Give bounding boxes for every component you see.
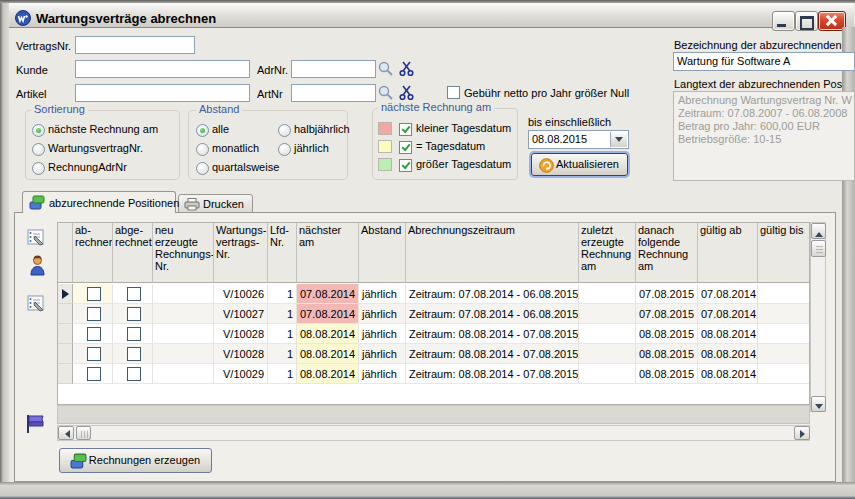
search-icon[interactable]: [377, 84, 394, 101]
flag-icon[interactable]: [25, 414, 46, 434]
fee-checkbox[interactable]: [447, 86, 460, 99]
abstand-radio[interactable]: [196, 143, 209, 156]
abrechnen-checkbox[interactable]: [87, 327, 101, 341]
table-row[interactable]: V/10027107.08.2014jährlichZeitraum: 07.0…: [58, 304, 810, 324]
scroll-left-button[interactable]: [58, 426, 74, 440]
date-dropdown-button[interactable]: [610, 132, 627, 147]
naechster-am-cell: 08.08.2014: [297, 364, 359, 384]
edit-note-icon[interactable]: [26, 228, 46, 248]
abstand-radio-label[interactable]: monatlich: [212, 142, 259, 154]
vertragsnr-label: VertragsNr.: [16, 40, 71, 52]
header-row-selector[interactable]: [58, 223, 73, 283]
person-icon[interactable]: [29, 255, 46, 276]
legend-checkbox[interactable]: [399, 159, 412, 172]
horizontal-scrollbar[interactable]: [57, 425, 810, 441]
adrnr-input[interactable]: [291, 60, 376, 78]
legend-checkbox[interactable]: [399, 123, 412, 136]
neu-rechnungsnr-cell: [153, 324, 214, 344]
column-header[interactable]: ab- rechnen: [73, 223, 113, 283]
artikel-label: Artikel: [16, 88, 47, 100]
date-combobox[interactable]: 08.08.2015: [528, 130, 629, 149]
column-header[interactable]: Wartungs- vertrags- Nr.: [214, 223, 268, 283]
column-header[interactable]: Abstand: [359, 223, 406, 283]
abstand-radio[interactable]: [278, 143, 291, 156]
chevron-down-icon: [615, 137, 623, 146]
neu-rechnungsnr-cell: [153, 364, 214, 384]
sortierung-radio-label[interactable]: WartungsvertragNr.: [48, 142, 143, 154]
thumb-grip: [81, 431, 88, 438]
legend-checkbox[interactable]: [399, 141, 412, 154]
abgerechnet-checkbox[interactable]: [127, 367, 141, 381]
sortierung-radio[interactable]: [32, 124, 45, 137]
gueltig-ab-cell: 07.08.2014: [698, 304, 758, 324]
artikel-input[interactable]: [75, 84, 250, 102]
scissors-icon[interactable]: [398, 60, 415, 77]
abgerechnet-checkbox[interactable]: [127, 327, 141, 341]
vertical-scroll-thumb[interactable]: [811, 240, 826, 257]
sortierung-radio-label[interactable]: RechnungAdrNr: [48, 161, 127, 173]
table-row[interactable]: V/10026107.08.2014jährlichZeitraum: 07.0…: [58, 284, 810, 304]
column-header[interactable]: Abrechnungszeitraum: [406, 223, 579, 283]
neu-rechnungsnr-cell: [153, 284, 214, 304]
legend-label: = Tagesdatum: [416, 140, 485, 152]
gueltig-bis-cell: [758, 284, 810, 304]
sortierung-radio[interactable]: [32, 143, 45, 156]
abstand-radio[interactable]: [196, 124, 209, 137]
sortierung-radio[interactable]: [32, 162, 45, 175]
abrechnen-checkbox[interactable]: [87, 287, 101, 301]
horizontal-scroll-thumb[interactable]: [76, 426, 91, 440]
abgerechnet-checkbox[interactable]: [127, 307, 141, 321]
kunde-input[interactable]: [75, 60, 250, 78]
column-header[interactable]: Lfd- Nr.: [268, 223, 297, 283]
abstand-cell: jährlich: [359, 344, 406, 364]
column-header[interactable]: gültig bis: [758, 223, 810, 283]
scroll-up-button[interactable]: [811, 223, 826, 239]
column-header[interactable]: abge- rechnet: [113, 223, 153, 283]
tab-abzurechnende-positionen[interactable]: abzurechnende Positionen: [22, 191, 176, 213]
gueltig-ab-cell: 07.08.2014: [698, 284, 758, 304]
column-header[interactable]: nächster am: [297, 223, 359, 283]
abgerechnet-checkbox[interactable]: [127, 287, 141, 301]
app-icon: [15, 10, 31, 26]
abrechnungszeitraum-cell: Zeitraum: 08.08.2014 - 07.08.2015: [406, 344, 579, 364]
table-row[interactable]: V/10028108.08.2014jährlichZeitraum: 08.0…: [58, 344, 810, 364]
abstand-radio[interactable]: [278, 124, 291, 137]
positions-table: ab- rechnenabge- rechnetneu erzeugte Rec…: [57, 222, 810, 405]
arrow-up-icon: [815, 228, 823, 237]
column-header[interactable]: neu erzeugte Rechnungs- Nr.: [153, 223, 214, 283]
artnr-input[interactable]: [291, 84, 376, 102]
table-row[interactable]: V/10029108.08.2014jährlichZeitraum: 08.0…: [58, 364, 810, 384]
search-icon[interactable]: [377, 60, 394, 77]
abrechnen-checkbox[interactable]: [87, 307, 101, 321]
scroll-right-button[interactable]: [794, 426, 810, 440]
danach-folgende-cell: 07.08.2015: [636, 284, 698, 304]
edit-note-icon[interactable]: [26, 294, 46, 314]
scroll-down-button[interactable]: [811, 396, 826, 412]
vertical-scrollbar[interactable]: [810, 222, 826, 412]
scissors-icon[interactable]: [398, 84, 415, 101]
vertragsnr-input[interactable]: [75, 36, 195, 54]
title-bar[interactable]: Wartungsverträge abrechnen: [1, 3, 854, 28]
maximize-button[interactable]: [795, 11, 818, 31]
abstand-radio-label[interactable]: alle: [212, 123, 229, 135]
fee-checkbox-label[interactable]: Gebühr netto pro Jahr größer Null: [464, 87, 629, 99]
bezeichnung-input[interactable]: Wartung für Software A: [673, 52, 855, 71]
abstand-cell: jährlich: [359, 324, 406, 344]
tab-drucken[interactable]: Drucken: [178, 194, 253, 213]
langtext-label: Langtext der abzurechnenden Positio: [674, 78, 842, 90]
abgerechnet-checkbox[interactable]: [127, 347, 141, 361]
table-row[interactable]: V/10028108.08.2014jährlichZeitraum: 08.0…: [58, 324, 810, 344]
abrechnen-checkbox[interactable]: [87, 367, 101, 381]
sortierung-radio-label[interactable]: nächste Rechnung am: [48, 123, 158, 135]
column-header[interactable]: gültig ab: [698, 223, 758, 283]
aktualisieren-button[interactable]: Aktualisieren: [531, 153, 628, 176]
abstand-radio-label[interactable]: quartalsweise: [212, 161, 279, 173]
abrechnen-checkbox[interactable]: [87, 347, 101, 361]
minimize-button[interactable]: [772, 11, 795, 31]
column-header[interactable]: danach folgende Rechnung am: [636, 223, 698, 283]
rechnungen-erzeugen-button[interactable]: Rechnungen erzeugen: [59, 448, 212, 473]
abstand-radio[interactable]: [196, 162, 209, 175]
abstand-radio-label[interactable]: jährlich: [294, 142, 329, 154]
abstand-radio-label[interactable]: halbjährlich: [294, 123, 350, 135]
column-header[interactable]: zuletzt erzeugte Rechnung am: [579, 223, 636, 283]
